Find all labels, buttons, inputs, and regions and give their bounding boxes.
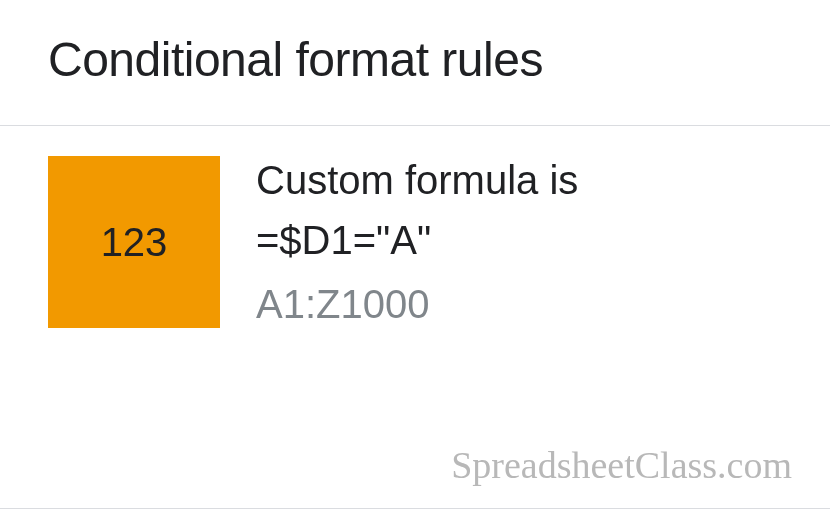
color-preview-text: 123 [101, 220, 168, 265]
rule-details: Custom formula is =$D1="A" A1:Z1000 [256, 154, 578, 330]
watermark: SpreadsheetClass.com [451, 443, 792, 487]
rule-color-preview: 123 [48, 156, 220, 328]
rule-type-label: Custom formula is [256, 154, 578, 206]
panel-title: Conditional format rules [48, 32, 782, 87]
rule-formula: =$D1="A" [256, 214, 578, 266]
rule-item[interactable]: 123 Custom formula is =$D1="A" A1:Z1000 [0, 126, 830, 358]
rule-range: A1:Z1000 [256, 278, 578, 330]
panel-header: Conditional format rules [0, 0, 830, 125]
